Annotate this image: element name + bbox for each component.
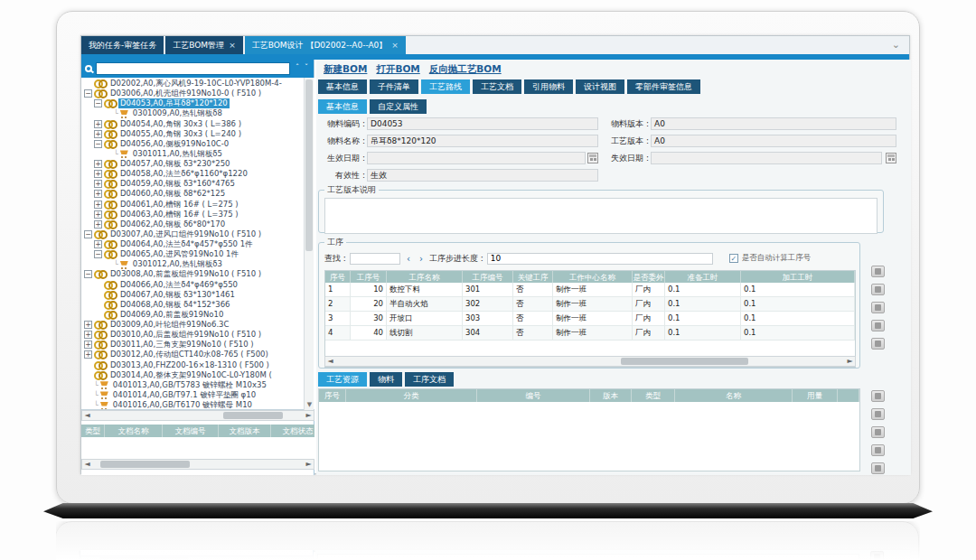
expand-icon[interactable]: + — [94, 201, 102, 209]
scroll-down-icon[interactable]: ▼ — [305, 400, 314, 410]
process-row[interactable]: 220半自动火焰302否制作一班厂内0.10.1 — [325, 297, 855, 312]
resource-tab[interactable]: 工序文档 — [405, 372, 454, 387]
process-row[interactable]: 440线切割304否制作一班厂内0.10.1 — [325, 326, 855, 341]
material-version-input[interactable]: A0 — [651, 117, 896, 130]
expand-icon[interactable]: + — [94, 240, 102, 248]
detail-tab[interactable]: 工艺路线 — [421, 79, 470, 94]
tree-node[interactable]: D03014,A0,整体支架919No10C-L0-Y180M ( — [81, 370, 314, 380]
tree-node[interactable]: −D04053,A0,吊耳δ8*120*120 — [81, 98, 314, 108]
row-action-button[interactable] — [871, 426, 885, 438]
tree-node[interactable]: +D04060,A0,钢板 δ8*62*125 — [81, 189, 314, 199]
expand-icon[interactable]: + — [84, 331, 92, 339]
material-code-input[interactable]: D04053 — [367, 117, 598, 130]
detail-tab[interactable]: 引用物料 — [524, 79, 573, 94]
process-row[interactable]: 110数控下料301否制作一班厂内0.10.1 — [325, 283, 855, 297]
expand-icon[interactable]: + — [94, 210, 102, 219]
collapse-icon[interactable]: − — [94, 99, 102, 107]
window-tab[interactable]: 工艺BOM管理× — [165, 36, 242, 54]
tree-node[interactable]: +D04054,A0,角钢 30x3 ( L=386 ) — [81, 119, 314, 129]
tree-node[interactable]: +D03012,A0,传动组CT140水08-765 ( F500) — [81, 350, 314, 359]
tree-node[interactable]: D04069,A0,前盖板919No10 — [81, 310, 314, 320]
bom-action-link[interactable]: 新建BOM — [324, 63, 367, 76]
bom-action-link[interactable]: 打开BOM — [376, 63, 419, 76]
tree-node[interactable]: D03013,A0,FHZ200-16×18-1310 ( F500 ) — [81, 360, 314, 370]
scroll-left-icon[interactable]: ◄ — [82, 460, 92, 469]
step-length-input[interactable] — [487, 253, 713, 265]
collapse-icon[interactable]: − — [84, 89, 92, 98]
scrollbar-thumb[interactable] — [100, 461, 189, 468]
tab-overflow-chevron-icon[interactable]: ⌄ — [892, 39, 900, 51]
detail-tab[interactable]: 工艺文档 — [473, 79, 521, 94]
tree-node[interactable]: └0301011,A0,热轧钢板δ5 — [81, 149, 314, 159]
resource-tab[interactable]: 物料 — [370, 372, 402, 387]
tab-close-icon[interactable]: × — [391, 41, 399, 50]
detail-tab[interactable]: 基本信息 — [318, 79, 367, 94]
row-action-button[interactable] — [871, 390, 885, 402]
tree-node[interactable]: └0301009,A0,热轧钢板δ8 — [81, 108, 314, 118]
tree-node[interactable]: D04068,A0,钢板 δ4*152*366 — [81, 300, 314, 310]
tree-node[interactable]: └0301012,A0,热轧钢板δ3 — [81, 259, 314, 269]
tree-node[interactable]: −D03006,A0,机壳组件919No10-0 ( F510 ) — [81, 89, 314, 98]
tree-node[interactable]: +D04062,A0,钢板 δ6*80*170 — [81, 219, 314, 229]
scroll-right-icon[interactable]: ► — [845, 357, 855, 366]
process-row[interactable]: 330开坡口303否制作一班厂内0.10.1 — [325, 312, 855, 326]
expand-icon[interactable]: + — [94, 180, 102, 188]
tree-node[interactable]: +D04057,A0,钢板 δ3*230*250 — [81, 159, 314, 169]
material-name-input[interactable]: 吊耳δ8*120*120 — [367, 135, 598, 147]
expire-date-input[interactable] — [651, 152, 882, 164]
window-tab[interactable]: 我的任务-审签任务 — [81, 36, 164, 54]
collapse-icon[interactable]: − — [84, 230, 92, 238]
tree-vertical-scrollbar[interactable]: ▼ — [304, 78, 314, 410]
expand-icon[interactable]: + — [84, 321, 92, 329]
detail-tab[interactable]: 子件清单 — [370, 79, 418, 94]
tab-close-icon[interactable]: × — [229, 41, 236, 50]
expand-icon[interactable]: + — [94, 120, 102, 128]
next-step-icon[interactable]: › — [417, 254, 426, 264]
row-action-button[interactable] — [871, 266, 885, 277]
expand-icon[interactable]: + — [94, 170, 102, 178]
tree-node[interactable]: +D03011,A0,三角支架919No10 ( F510 ) — [81, 340, 314, 350]
expand-icon[interactable]: + — [84, 350, 92, 359]
tree-node[interactable]: +D04058,A0,法兰δ6*φ1160*φ1220 — [81, 169, 314, 179]
expand-icon[interactable]: + — [94, 190, 102, 198]
process-table-scrollbar[interactable]: ◄ ► — [324, 356, 856, 367]
subtab[interactable]: 基本信息 — [318, 99, 367, 114]
expand-icon[interactable]: + — [94, 220, 102, 229]
expand-icon[interactable]: + — [94, 130, 102, 138]
tree-node[interactable]: └0401013,A0,GB/T5783 镀锌螺栓 M10x35 — [81, 380, 314, 390]
tree-node[interactable]: +D04059,A0,钢板 δ3*160*4765 — [81, 179, 314, 189]
search-prev-icon[interactable]: ˆ — [296, 64, 299, 73]
resource-tab[interactable]: 工艺资源 — [318, 372, 367, 387]
expand-icon[interactable]: + — [94, 160, 102, 168]
calendar-icon[interactable] — [587, 153, 598, 163]
tree-node[interactable]: −D04056,A0,侧板919No10C-0 — [81, 139, 314, 149]
row-action-button[interactable] — [871, 284, 885, 295]
row-action-button[interactable] — [871, 338, 885, 350]
detail-tab[interactable]: 零部件审签信息 — [627, 79, 700, 94]
tree-node[interactable]: +D04064,A0,法兰δ4*φ457*φ550 1件 — [81, 239, 314, 249]
tree-node[interactable]: +D03010,A0,后盖板组件919No10 ( F510 ) — [81, 330, 314, 340]
row-action-button[interactable] — [871, 444, 885, 456]
window-tab[interactable]: 工艺BOM设计 【D02002--A0--A0】× — [245, 36, 406, 54]
bom-action-link[interactable]: 反向抛工艺BOM — [429, 63, 502, 76]
tree-node[interactable]: D04066,A0,法兰δ4*φ469*φ550 — [81, 280, 314, 290]
prev-step-icon[interactable]: ‹ — [404, 254, 413, 264]
find-input[interactable] — [350, 253, 400, 265]
version-note-textarea[interactable] — [324, 198, 877, 234]
scroll-right-icon[interactable]: ► — [304, 460, 314, 469]
tree-search-input[interactable] — [96, 62, 290, 75]
process-version-input[interactable]: A0 — [651, 135, 896, 147]
tree-horizontal-scrollbar[interactable]: ◄ ► — [81, 410, 314, 421]
tree-node[interactable]: +D03009,A0,叶轮组件919No6.3C — [81, 320, 314, 330]
tree-node[interactable]: +D04055,A0,角钢 30x3 ( L=240 ) — [81, 129, 314, 139]
expand-icon[interactable]: + — [84, 341, 92, 349]
row-action-button[interactable] — [871, 462, 885, 474]
collapse-icon[interactable]: − — [94, 250, 102, 258]
scroll-left-icon[interactable]: ◄ — [82, 411, 92, 420]
tree-node[interactable]: +D04061,A0,槽钢 16# ( L=275 ) — [81, 200, 314, 210]
tree-node[interactable]: −D03007,A0,进风口组件919No10 ( F510 ) — [81, 229, 314, 239]
tree-node[interactable]: D02002,A0,离心风机9-19-10C-L0-YVP180M-4- — [81, 79, 314, 89]
collapse-icon[interactable]: − — [84, 270, 92, 278]
scroll-left-icon[interactable]: ◄ — [325, 357, 335, 366]
tree-node[interactable]: +D04063,A0,槽钢 16# ( L=375 ) — [81, 210, 314, 219]
